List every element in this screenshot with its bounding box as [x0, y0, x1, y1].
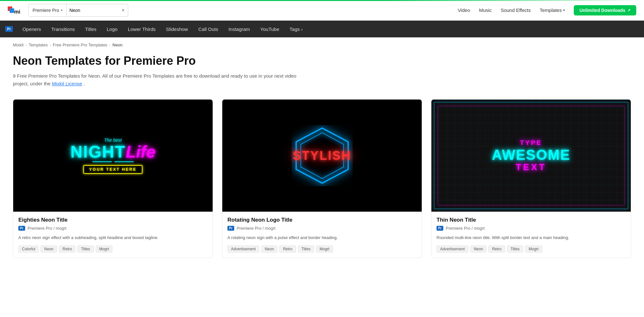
tag-titles-1[interactable]: Titles [77, 245, 93, 253]
category-chevron: ▾ [61, 8, 62, 12]
template-meta-1: Pr Premiere Pro / mogrt [18, 226, 207, 231]
sec-nav-slideshow[interactable]: Slideshow [161, 24, 192, 34]
tag-colorful[interactable]: Colorful [18, 245, 39, 253]
neon-nightlife-preview: The best NIGHT Life YOUR TEXT HERE [64, 131, 162, 180]
breadcrumb: Mixkit › Templates › Free Premiere Pro T… [0, 37, 644, 47]
nav-music[interactable]: Music [479, 7, 492, 13]
template-meta-3: Pr Premiere Pro / mogrt [437, 226, 626, 231]
tag-neon-1[interactable]: Neon [41, 245, 57, 253]
main-nav-links: Video Music Sound Effects Templates ▾ Un… [458, 5, 636, 15]
sec-nav-lower-thirds[interactable]: Lower Thirds [123, 24, 160, 34]
unlimited-label: Unlimited Downloads [580, 8, 625, 13]
category-label: Premiere Pro [33, 8, 59, 13]
desc-end: . [83, 81, 85, 86]
pr-badge-2: Pr [227, 226, 234, 231]
template-thumb-2: STYLISH [222, 100, 422, 212]
template-meta-2: Pr Premiere Pro / mogrt [227, 226, 417, 231]
nav-templates-label: Templates [540, 7, 562, 13]
page-title: Neon Templates for Premiere Pro [13, 54, 631, 68]
template-grid: The best NIGHT Life YOUR TEXT HERE Eight… [13, 99, 631, 258]
template-info-3: Thin Neon Title Pr Premiere Pro / mogrt … [431, 212, 631, 258]
tag-mogrt-3[interactable]: Mogrt [525, 245, 542, 253]
sec-nav-transitions[interactable]: Transitions [47, 24, 79, 34]
page-content: Neon Templates for Premiere Pro 9 Free P… [0, 47, 644, 271]
neon-type-preview: TYPE AWESOME TEXT [485, 133, 577, 179]
svg-text:mixkit: mixkit [14, 9, 21, 14]
nav-templates-dropdown[interactable]: Templates ▾ [540, 7, 564, 13]
tag-titles-2[interactable]: Titles [298, 245, 314, 253]
template-name-2: Rotating Neon Logo Title [227, 217, 417, 223]
nav-video[interactable]: Video [458, 7, 470, 13]
template-tags-2: Advertisement Neon Retro Titles Mogrt [227, 245, 417, 253]
breadcrumb-sep-2: › [50, 43, 51, 47]
sec-nav-titles[interactable]: Titles [81, 24, 101, 34]
breadcrumb-sep-1: › [25, 43, 27, 47]
category-selector[interactable]: Premiere Pro ▾ [29, 4, 67, 16]
tags-label: Tags [290, 26, 300, 32]
search-input[interactable] [67, 4, 118, 16]
tag-advertisement-3[interactable]: Advertisement [437, 245, 468, 253]
tag-mogrt-2[interactable]: Mogrt [316, 245, 333, 253]
progress-bar [0, 0, 644, 1]
template-card-1[interactable]: The best NIGHT Life YOUR TEXT HERE Eight… [13, 99, 213, 258]
tag-neon-3[interactable]: Neon [470, 245, 487, 253]
template-desc-2: A rotating neon sign with a pulse effect… [227, 235, 417, 241]
tag-retro-3[interactable]: Retro [488, 245, 505, 253]
license-link[interactable]: Mixkit License [52, 81, 82, 86]
tag-advertisement-2[interactable]: Advertisement [227, 245, 259, 253]
template-type-1: Premiere Pro / mogrt [28, 226, 67, 231]
secondary-nav: Pr Openers Transitions Titles Logo Lower… [0, 21, 644, 37]
breadcrumb-current: Neon [112, 43, 122, 47]
template-tags-3: Advertisement Neon Retro Titles Mogrt [437, 245, 626, 253]
pr-badge: Pr [5, 26, 13, 32]
svg-rect-1 [10, 8, 14, 13]
sec-nav-logo[interactable]: Logo [102, 24, 122, 34]
template-name-3: Thin Neon Title [437, 217, 626, 223]
template-info-1: Eighties Neon Title Pr Premiere Pro / mo… [13, 212, 213, 258]
template-thumb-1: The best NIGHT Life YOUR TEXT HERE [13, 100, 213, 212]
sec-nav-openers[interactable]: Openers [18, 24, 46, 34]
breadcrumb-free-templates[interactable]: Free Premiere Pro Templates [53, 43, 108, 47]
template-card-3[interactable]: TYPE AWESOME TEXT Thin Neon Title Pr Pre… [431, 99, 631, 258]
tag-neon-2[interactable]: Neon [261, 245, 278, 253]
sec-nav-call-outs[interactable]: Call Outs [194, 24, 223, 34]
tag-retro-1[interactable]: Retro [59, 245, 75, 253]
template-info-2: Rotating Neon Logo Title Pr Premiere Pro… [222, 212, 422, 258]
nav-templates-chevron: ▾ [563, 8, 565, 12]
sec-nav-youtube[interactable]: YouTube [256, 24, 284, 34]
template-thumb-3: TYPE AWESOME TEXT [431, 100, 631, 212]
tag-mogrt-1[interactable]: Mogrt [96, 245, 113, 253]
top-nav: mixkit Premiere Pro ▾ × Video Music Soun… [0, 0, 644, 37]
template-desc-1: A retro neon sign effect with a subheadi… [18, 235, 207, 241]
neon-logo-preview: STYLISH [290, 123, 354, 188]
template-type-2: Premiere Pro / mogrt [237, 226, 276, 231]
tag-retro-2[interactable]: Retro [279, 245, 296, 253]
template-card-2[interactable]: STYLISH Rotating Neon Logo Title Pr Prem… [222, 99, 422, 258]
template-desc-3: Rounded multi-line neon title. With spli… [437, 235, 626, 241]
unlimited-downloads-button[interactable]: Unlimited Downloads ↗ [574, 5, 636, 15]
template-tags-1: Colorful Neon Retro Titles Mogrt [18, 245, 207, 253]
template-type-3: Premiere Pro / mogrt [446, 226, 485, 231]
breadcrumb-sep-3: › [109, 43, 111, 47]
search-bar[interactable]: Premiere Pro ▾ × [28, 4, 128, 17]
template-name-1: Eighties Neon Title [18, 217, 207, 223]
search-clear-button[interactable]: × [118, 4, 128, 16]
breadcrumb-templates[interactable]: Templates [29, 43, 48, 47]
tags-chevron: › [301, 26, 303, 32]
logo[interactable]: mixkit [8, 4, 21, 17]
pr-badge-3: Pr [437, 226, 443, 231]
page-description: 9 Free Premiere Pro Templates for Neon. … [13, 72, 303, 88]
sec-nav-instagram[interactable]: Instagram [224, 24, 255, 34]
tag-titles-3[interactable]: Titles [507, 245, 523, 253]
sec-nav-tags[interactable]: Tags › [285, 24, 307, 34]
pr-badge-1: Pr [18, 226, 25, 231]
external-link-icon: ↗ [627, 8, 630, 13]
nav-sound-effects[interactable]: Sound Effects [501, 7, 531, 13]
breadcrumb-mixkit[interactable]: Mixkit [13, 43, 24, 47]
